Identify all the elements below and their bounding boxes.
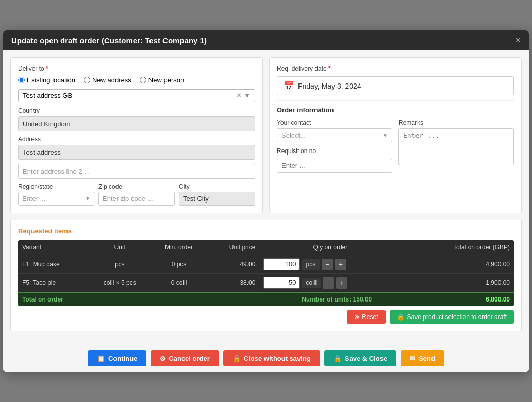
deliver-to-panel: Deliver to * Existing location New addre… <box>10 57 263 213</box>
row1-minus-btn[interactable]: − <box>322 259 333 270</box>
modal-title: Update open draft order (Customer: Test … <box>11 36 207 45</box>
send-button[interactable]: ✉ Send <box>401 350 444 366</box>
address-label: Address <box>18 136 255 143</box>
zip-input[interactable]: Enter zip code ... <box>98 192 175 206</box>
col-unit-price: Unit price <box>207 240 260 255</box>
contact-select[interactable]: Select... ▼ <box>277 128 392 142</box>
send-icon: ✉ <box>410 355 415 362</box>
region-input[interactable]: Enter ... ▼ <box>18 192 94 206</box>
close-nosave-icon: 🔒 <box>232 355 241 362</box>
row1-qty-unit: pcs <box>302 259 320 270</box>
save-draft-icon: 🔒 <box>397 313 405 321</box>
row1-unit-price: 49.00 <box>207 255 260 274</box>
requested-items-panel: Requested items Variant Unit Min. order … <box>10 220 522 331</box>
row1-plus-btn[interactable]: + <box>335 259 346 270</box>
row2-spacer <box>401 274 414 293</box>
reset-label: Reset <box>362 313 378 321</box>
select-icons: ✕ ▼ <box>236 92 251 99</box>
row2-qty-unit: colli <box>302 278 321 288</box>
delivery-radio-group: Existing location New address New person <box>18 76 255 84</box>
col-total: Total on order (GBP) <box>414 240 514 255</box>
radio-new-person[interactable]: New person <box>140 76 184 84</box>
address-select[interactable]: Test address GB ✕ ▼ <box>18 89 255 102</box>
order-info-left: Your contact Select... ▼ Requisition no. <box>277 119 392 173</box>
row1-total: 4,900.00 <box>414 255 514 274</box>
address-line2[interactable]: Enter address line 2 ... <box>18 164 255 179</box>
date-picker[interactable]: 📅 Friday, May 3, 2024 <box>277 76 514 95</box>
city-group: City Test City <box>179 183 255 206</box>
row2-plus-btn[interactable]: + <box>336 277 347 289</box>
order-info-section: Order information Your contact Select...… <box>277 100 514 173</box>
contact-chevron: ▼ <box>383 132 388 138</box>
required-star: * <box>46 65 48 72</box>
region-label: Region/state <box>18 183 94 190</box>
row1-qty-cell: 100 pcs − + <box>259 255 401 274</box>
requested-items-title: Requested items <box>18 227 514 235</box>
cancel-label: Cancel order <box>169 355 209 362</box>
radio-new-address[interactable]: New address <box>84 76 131 84</box>
country-label: Country <box>18 107 255 114</box>
close-without-saving-button[interactable]: 🔒 Close without saving <box>223 350 320 366</box>
row1-variant: F1: Mud cake <box>18 255 88 274</box>
save-draft-button[interactable]: 🔒 Save product selection to order draft <box>390 310 514 324</box>
row1-min-order: 0 pcs <box>151 255 207 274</box>
date-value: Friday, May 3, 2024 <box>298 82 361 90</box>
row2-total: 1,900.00 <box>414 274 514 293</box>
continue-button[interactable]: 📋 Continue <box>88 350 146 366</box>
country-value: United Kingdom <box>18 116 255 131</box>
region-placeholder: Enter ... <box>22 195 46 203</box>
remarks-textarea[interactable] <box>398 128 514 165</box>
zip-group: Zip code Enter zip code ... <box>98 183 175 206</box>
calendar-icon: 📅 <box>284 81 294 91</box>
clear-icon[interactable]: ✕ <box>236 92 242 99</box>
modal-overlay: Update open draft order (Customer: Test … <box>0 0 532 402</box>
save-and-close-button[interactable]: 🔒 Save & Close <box>324 350 396 366</box>
cancel-order-button[interactable]: ⊗ Cancel order <box>151 350 219 366</box>
save-draft-label: Save product selection to order draft <box>407 313 507 321</box>
totals-row: Total on order Number of units: 150.00 6… <box>18 292 514 306</box>
selected-address-label: Test address GB <box>23 92 236 99</box>
address-fields: Test address Enter address line 2 ... <box>18 145 255 179</box>
req-no-label: Requisition no. <box>277 147 392 155</box>
row1-qty-controls: 100 pcs − + <box>263 258 397 270</box>
row1-qty-input[interactable]: 100 <box>263 258 300 270</box>
row2-unit: colli × 5 pcs <box>88 274 151 293</box>
col-variant: Variant <box>18 240 88 255</box>
items-table: Variant Unit Min. order Unit price Qty o… <box>18 240 514 306</box>
city-value: Test City <box>179 192 255 206</box>
order-info-right: Remarks <box>398 119 514 173</box>
row2-minus-btn[interactable]: − <box>323 277 334 289</box>
modal: Update open draft order (Customer: Test … <box>3 30 529 372</box>
close-nosave-label: Close without saving <box>244 355 311 362</box>
contact-placeholder: Select... <box>281 131 306 139</box>
deliver-to-label: Deliver to * <box>18 65 255 72</box>
row2-qty-controls: 50 colli − + <box>263 277 397 289</box>
row1-spacer <box>401 255 414 274</box>
contact-label: Your contact <box>277 119 392 126</box>
row2-qty-input[interactable]: 50 <box>263 277 300 289</box>
req-delivery-label: Req. delivery date * <box>277 65 514 72</box>
reset-icon: ⊗ <box>354 313 359 321</box>
city-label: City <box>179 183 255 190</box>
right-panel: Req. delivery date * 📅 Friday, May 3, 20… <box>269 57 522 213</box>
order-info-label: Order information <box>277 106 514 114</box>
continue-label: Continue <box>108 355 137 362</box>
row1-unit: pcs <box>88 255 151 274</box>
row2-unit-price: 38.00 <box>207 274 260 293</box>
remarks-label: Remarks <box>398 119 514 126</box>
close-icon[interactable]: × <box>515 36 521 45</box>
modal-footer: 📋 Continue ⊗ Cancel order 🔒 Close withou… <box>3 345 529 372</box>
req-no-input[interactable] <box>277 159 392 173</box>
total-units: Number of units: 150.00 <box>259 292 414 306</box>
order-info-row: Your contact Select... ▼ Requisition no. <box>277 119 514 173</box>
region-zip-city: Region/state Enter ... ▼ Zip code Enter … <box>18 183 255 206</box>
zip-label: Zip code <box>98 183 175 190</box>
req-no-group: Requisition no. <box>277 147 392 173</box>
row2-min-order: 0 colli <box>151 274 207 293</box>
total-amount: 6,800.00 <box>414 292 514 306</box>
continue-icon: 📋 <box>97 355 105 362</box>
radio-existing-location[interactable]: Existing location <box>18 76 75 84</box>
reset-button[interactable]: ⊗ Reset <box>347 310 385 324</box>
col-spacer <box>401 240 414 255</box>
col-unit: Unit <box>88 240 151 255</box>
